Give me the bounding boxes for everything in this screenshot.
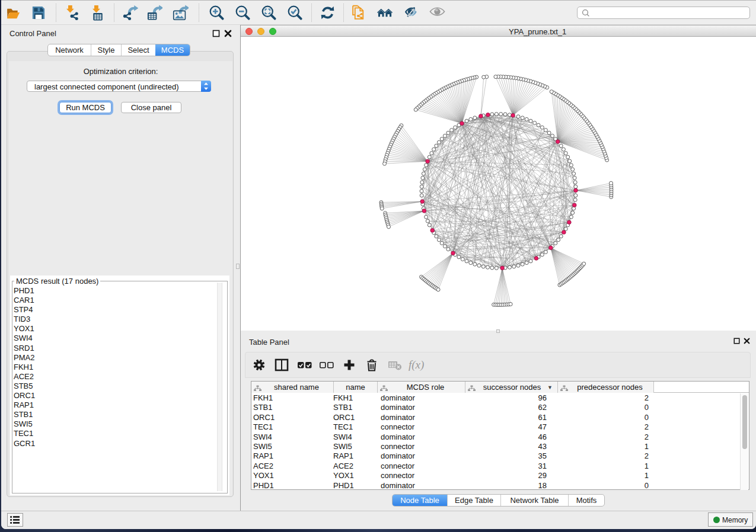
svg-text:f(x): f(x)	[409, 358, 424, 371]
